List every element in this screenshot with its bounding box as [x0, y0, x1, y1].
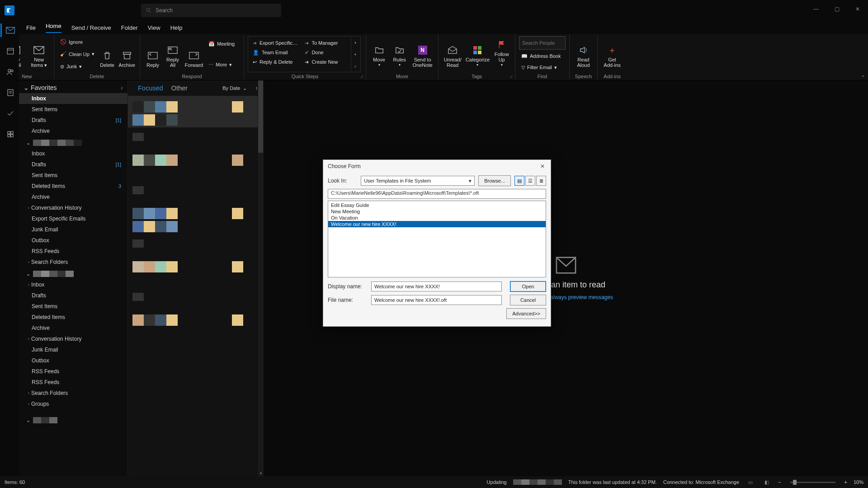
maximize-button[interactable]: ▢: [826, 0, 847, 18]
junk-button[interactable]: ⊘Junk ▾: [58, 61, 97, 71]
account-header-3[interactable]: ⌄: [19, 414, 127, 426]
message-scrollbar-thumb[interactable]: [258, 80, 263, 153]
folder-item[interactable]: Junk Email: [19, 344, 127, 355]
menu-folder[interactable]: Folder: [121, 24, 138, 31]
menu-help[interactable]: Help: [170, 24, 183, 31]
tags-launcher[interactable]: ⤢: [509, 75, 513, 79]
menu-view[interactable]: View: [148, 24, 160, 31]
quicksteps-scroll-down[interactable]: ▾: [352, 51, 359, 58]
template-list-item[interactable]: On Vacation: [328, 215, 546, 221]
template-list-item[interactable]: New Meeting: [328, 208, 546, 215]
quicksteps-scroll-up[interactable]: ▴: [352, 38, 359, 46]
reply-button[interactable]: Reply: [144, 36, 162, 69]
message-list-item[interactable]: [128, 149, 258, 181]
folder-item[interactable]: Deleted Items: [19, 312, 127, 323]
global-search-input[interactable]: Search: [141, 4, 281, 17]
quicksteps-gallery[interactable]: ➜Export Specific… 👤Team Email ↩Reply & D…: [248, 36, 361, 72]
folder-item[interactable]: RSS Feeds: [19, 246, 127, 257]
minimize-button[interactable]: —: [806, 0, 826, 18]
read-aloud-button[interactable]: Read Aloud: [573, 36, 594, 69]
search-people-input[interactable]: [519, 36, 566, 50]
folder-item[interactable]: Inbox: [19, 148, 127, 159]
folder-item[interactable]: RSS Feeds: [19, 366, 127, 377]
quickstep-item[interactable]: ➜Export Specific…: [251, 38, 299, 47]
zoom-in-button[interactable]: +: [844, 479, 847, 485]
folder-item[interactable]: ›Conversation History: [19, 202, 127, 213]
message-list-item[interactable]: [128, 309, 258, 341]
categorize-button[interactable]: Categorize▾: [465, 36, 490, 69]
rail-mail[interactable]: [0, 23, 19, 37]
tab-other[interactable]: Other: [171, 84, 188, 92]
advanced-button[interactable]: Advanced>>: [506, 308, 546, 319]
template-list-item[interactable]: Edit Essay Guide: [328, 202, 546, 208]
folder-item[interactable]: Drafts: [19, 290, 127, 301]
menu-home[interactable]: Home: [46, 23, 61, 33]
folder-item[interactable]: Sent Items: [19, 301, 127, 312]
close-button[interactable]: ✕: [847, 0, 868, 18]
folder-item[interactable]: ›Search Folders: [19, 388, 127, 399]
message-list-item[interactable]: [128, 96, 258, 127]
quickstep-item[interactable]: ➜Create New: [303, 57, 349, 66]
folder-sent-items[interactable]: Sent Items: [19, 104, 127, 115]
favorites-header[interactable]: ⌄Favorites: [24, 84, 57, 91]
rail-tasks[interactable]: [0, 86, 19, 99]
respond-more-button[interactable]: ⋯More ▾: [206, 60, 237, 70]
dialog-close-button[interactable]: ✕: [537, 161, 548, 171]
filter-email-button[interactable]: ▽Filter Email ▾: [519, 62, 566, 72]
folder-item[interactable]: Sent Items: [19, 170, 127, 181]
message-list-item[interactable]: [128, 287, 258, 309]
folder-item[interactable]: Outbox: [19, 235, 127, 246]
view-list-button[interactable]: ☰: [525, 176, 535, 186]
folder-item[interactable]: Outbox: [19, 355, 127, 366]
send-to-onenote-button[interactable]: NSend to OneNote: [410, 36, 434, 69]
message-list-item[interactable]: [128, 256, 258, 287]
sort-dropdown[interactable]: By Date⌄ ↑: [222, 85, 258, 91]
open-button[interactable]: Open: [510, 281, 546, 292]
folder-inbox[interactable]: Inbox: [19, 93, 127, 104]
message-scrollbar-down[interactable]: ▾: [258, 470, 263, 476]
menu-file[interactable]: File: [26, 24, 36, 31]
quickstep-item[interactable]: ➜To Manager: [303, 38, 349, 47]
account-header-2[interactable]: ⌄: [19, 267, 127, 279]
sort-direction-icon[interactable]: ↑: [255, 85, 258, 91]
message-list-item[interactable]: [128, 202, 258, 234]
ribbon-collapse-button[interactable]: ⌄: [861, 72, 865, 78]
cleanup-button[interactable]: 🧹Clean Up ▾: [58, 49, 97, 59]
message-list-item[interactable]: [128, 127, 258, 149]
quickstep-item[interactable]: ✔Done: [303, 48, 349, 57]
folder-item[interactable]: ›Search Folders: [19, 257, 127, 267]
view-reading-button[interactable]: ◧: [762, 478, 772, 486]
meeting-button[interactable]: 📅Meeting: [206, 39, 237, 49]
ignore-button[interactable]: 🚫Ignore: [58, 37, 97, 47]
rail-todo[interactable]: [0, 107, 19, 120]
folder-drafts[interactable]: Drafts[1]: [19, 115, 127, 126]
rail-people[interactable]: [0, 65, 19, 79]
quickstep-item[interactable]: ↩Reply & Delete: [251, 57, 299, 66]
get-addins-button[interactable]: ＋Get Add-ins: [601, 36, 623, 69]
delete-button[interactable]: Delete: [99, 36, 116, 69]
view-details-button[interactable]: ≣: [536, 176, 546, 186]
menu-send-receive[interactable]: Send / Receive: [71, 24, 111, 31]
folder-item[interactable]: Junk Email: [19, 224, 127, 235]
message-list-item[interactable]: [128, 181, 258, 202]
folder-item[interactable]: Deleted Items3: [19, 181, 127, 192]
rules-button[interactable]: Rules▾: [390, 36, 409, 69]
rail-calendar[interactable]: [0, 44, 19, 58]
folder-item[interactable]: Drafts[1]: [19, 159, 127, 170]
display-name-input[interactable]: [371, 282, 502, 291]
folder-item[interactable]: ›Groups: [19, 399, 127, 409]
reply-all-button[interactable]: Reply All: [164, 36, 182, 69]
view-normal-button[interactable]: ▭: [745, 478, 755, 486]
move-button[interactable]: Move▾: [370, 36, 388, 69]
folder-item[interactable]: Export Specific Emails: [19, 213, 127, 224]
view-large-icons-button[interactable]: ▤: [514, 176, 524, 186]
folder-item[interactable]: Archive: [19, 323, 127, 333]
address-book-button[interactable]: 📖Address Book: [519, 51, 566, 61]
folder-item[interactable]: Archive: [19, 192, 127, 202]
folder-item[interactable]: RSS Feeds: [19, 377, 127, 388]
new-items-button[interactable]: New Items ▾: [28, 36, 51, 69]
file-name-input[interactable]: [371, 295, 502, 305]
template-list-item[interactable]: Welcome our new hire XXXX!: [328, 221, 546, 227]
forward-button[interactable]: Forward: [184, 36, 204, 69]
message-list[interactable]: [128, 96, 263, 476]
